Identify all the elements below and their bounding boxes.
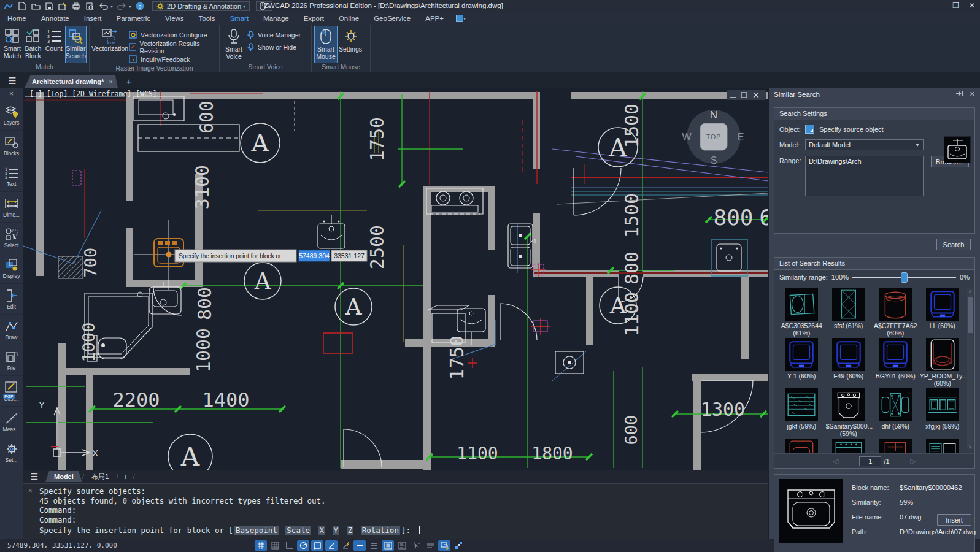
keyword-y[interactable]: Y bbox=[333, 526, 340, 535]
count-button[interactable]: 123 Count bbox=[44, 26, 64, 63]
menu-export[interactable]: Export bbox=[296, 13, 331, 23]
properties-toggle[interactable] bbox=[396, 540, 408, 551]
result-item[interactable]: sfsf (61%) bbox=[825, 288, 873, 338]
layout-menu-icon[interactable]: ☰ bbox=[23, 472, 45, 481]
save-button[interactable] bbox=[44, 2, 54, 11]
keyword-basepoint[interactable]: Basepoint bbox=[234, 526, 279, 535]
panel-close-icon[interactable]: ✕ bbox=[970, 90, 975, 98]
help-icon[interactable]: ? bbox=[135, 2, 145, 11]
result-item[interactable]: xfgjxj (59%) bbox=[919, 388, 966, 439]
menu-views[interactable]: Views bbox=[158, 13, 191, 23]
sidebar-item-display[interactable]: Display bbox=[0, 253, 23, 284]
polar-tracking-toggle[interactable] bbox=[297, 540, 309, 551]
selection-cycling-toggle[interactable] bbox=[410, 540, 422, 551]
view-cube[interactable]: N E S W TOP bbox=[682, 109, 744, 166]
command-prompt[interactable]: Specify the insertion point for block or… bbox=[39, 525, 762, 536]
minimize-button[interactable]: — bbox=[935, 1, 943, 10]
next-page-icon[interactable]: ▷ bbox=[911, 457, 916, 466]
sidebar-item-draw[interactable]: Draw bbox=[0, 315, 23, 345]
slider-handle[interactable] bbox=[901, 272, 908, 283]
workspace-dropdown-caret[interactable]: ▾ bbox=[243, 4, 245, 9]
print-preview-button[interactable] bbox=[85, 2, 95, 11]
layout1-tab[interactable]: 布局1 bbox=[84, 472, 117, 481]
close-button[interactable]: ✕ bbox=[969, 1, 975, 10]
voice-manager-button[interactable]: Voice Manager bbox=[247, 29, 301, 40]
undo-dropdown-caret[interactable]: ▾ bbox=[110, 4, 113, 9]
sidebar-item-dimension[interactable]: Dime... bbox=[0, 192, 23, 223]
command-line-panel[interactable]: ✕ Specify source objects: 45 objects fou… bbox=[23, 483, 768, 539]
result-item[interactable]: YP_ROOM_Ty... (60%) bbox=[919, 338, 966, 388]
block-editor-toggle[interactable] bbox=[438, 540, 450, 551]
vectorization-button[interactable]: Vectorization bbox=[92, 26, 128, 64]
similarity-slider[interactable] bbox=[852, 277, 956, 278]
result-item[interactable] bbox=[872, 439, 919, 453]
insert-button[interactable]: Insert bbox=[937, 514, 971, 526]
document-tab-close-icon[interactable]: × bbox=[109, 78, 112, 85]
open-file-button[interactable] bbox=[31, 2, 41, 11]
sidebar-item-blocks[interactable]: Blocks bbox=[0, 131, 23, 161]
result-item[interactable]: Y 1 (60%) bbox=[778, 338, 825, 388]
menu-app-plus[interactable]: APP+ bbox=[418, 13, 451, 23]
menu-smart[interactable]: Smart bbox=[222, 13, 256, 23]
keyword-z[interactable]: Z bbox=[347, 526, 354, 535]
toolbar-close-icon[interactable]: × bbox=[0, 88, 23, 100]
keyword-rotation[interactable]: Rotation bbox=[361, 526, 400, 535]
pin-panel-icon[interactable] bbox=[955, 90, 963, 97]
dynamic-input-toggle[interactable] bbox=[339, 540, 352, 551]
menu-home[interactable]: Home bbox=[0, 13, 34, 23]
show-or-hide-button[interactable]: Show or Hide bbox=[247, 42, 301, 52]
search-button[interactable]: Search bbox=[936, 239, 971, 250]
menu-manage[interactable]: Manage bbox=[256, 13, 296, 23]
result-item[interactable]: $Sanitary$000... (59%) bbox=[825, 388, 873, 439]
document-tab-architectural-drawing[interactable]: Architectural drawing* × bbox=[25, 75, 118, 88]
viewport-controls-label[interactable]: [—] [Top] [2D Wireframe] [WCS] bbox=[29, 90, 157, 98]
model-select[interactable]: Default Model ▼ bbox=[805, 139, 924, 150]
plot-button[interactable] bbox=[71, 2, 81, 11]
grid-toggle[interactable] bbox=[255, 540, 267, 551]
inquiry-feedback-button[interactable]: i Inquiry/Feedback bbox=[129, 54, 217, 64]
similar-search-button[interactable]: Similar Search bbox=[65, 26, 87, 63]
scrollbar-thumb[interactable] bbox=[968, 297, 973, 333]
object-tracking-toggle[interactable] bbox=[353, 540, 366, 551]
sidebar-item-customize[interactable]: PGP Cust... bbox=[0, 376, 23, 407]
menu-tools[interactable]: Tools bbox=[191, 13, 223, 23]
result-item[interactable]: F49 (60%) bbox=[825, 338, 873, 388]
snap-toggle[interactable] bbox=[269, 540, 281, 551]
page-input[interactable]: 1 bbox=[859, 456, 881, 466]
menu-insert[interactable]: Insert bbox=[77, 13, 109, 23]
viewport-window-buttons[interactable] bbox=[727, 90, 766, 100]
result-item[interactable]: dhf (59%) bbox=[872, 388, 919, 439]
menu-parametric[interactable]: Parametric bbox=[109, 13, 158, 23]
result-item[interactable]: LL (60%) bbox=[919, 288, 966, 338]
result-item[interactable] bbox=[825, 439, 873, 453]
sidebar-item-settings[interactable]: Set... bbox=[0, 437, 23, 468]
result-item[interactable]: jgkf (59%) bbox=[778, 388, 825, 439]
workspace-switcher[interactable]: 2D Drafting & Annotation ▾ bbox=[152, 1, 250, 11]
undo-button[interactable] bbox=[98, 2, 108, 11]
workspace-steps-icon[interactable] bbox=[452, 540, 465, 551]
menu-online[interactable]: Online bbox=[331, 13, 366, 23]
result-item[interactable]: A$C30352644 (61%) bbox=[778, 288, 825, 338]
batch-block-button[interactable]: Batch Block bbox=[23, 26, 43, 63]
sidebar-item-file[interactable]: File bbox=[0, 345, 23, 376]
vectorization-results-revision-button[interactable]: Vectorization Results Revision bbox=[129, 42, 217, 52]
save-as-button[interactable] bbox=[58, 2, 68, 11]
lineweight-toggle[interactable] bbox=[368, 540, 380, 551]
new-file-button[interactable] bbox=[17, 2, 27, 11]
menu-annotate[interactable]: Annotate bbox=[34, 13, 77, 23]
tab-list-menu-icon[interactable]: ☰ bbox=[0, 74, 25, 88]
sidebar-item-select[interactable]: Select bbox=[0, 223, 23, 253]
sidebar-item-edit[interactable]: Edit bbox=[0, 284, 23, 315]
angle-snap-toggle[interactable] bbox=[325, 540, 338, 551]
keyword-x[interactable]: X bbox=[318, 526, 326, 535]
redo-button[interactable] bbox=[117, 2, 126, 11]
transparency-toggle[interactable] bbox=[382, 540, 394, 551]
scroll-up-icon[interactable]: ˄ bbox=[967, 289, 973, 294]
result-item[interactable] bbox=[778, 439, 825, 453]
menu-geoservice[interactable]: GeoService bbox=[366, 13, 418, 23]
sidebar-item-measure[interactable]: Meas... bbox=[0, 407, 23, 437]
pick-object-icon[interactable] bbox=[805, 125, 814, 134]
new-document-tab-button[interactable]: + bbox=[126, 74, 132, 88]
result-item[interactable] bbox=[919, 439, 966, 453]
vectorization-configure-button[interactable]: Vectorization Configure bbox=[129, 29, 217, 40]
